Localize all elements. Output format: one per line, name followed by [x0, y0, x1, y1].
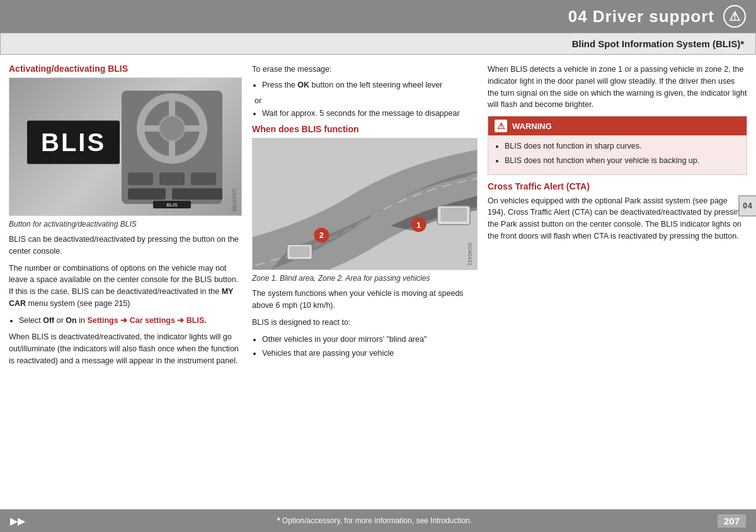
passing-vehicles-item: Vehicles that are passing your vehicle: [262, 348, 478, 359]
settings-link: Settings ➔ Car settings ➔ BLIS.: [87, 316, 206, 325]
wait-list: Wait for approx. 5 seconds for the messa…: [262, 108, 478, 120]
system-para: The system functions when your vehicle i…: [252, 288, 478, 312]
settings-list-item: Select Off or On in Settings ➔ Car setti…: [19, 315, 242, 327]
cta-heading: Cross Traffic Alert (CTA): [488, 181, 747, 191]
warning-header: ⚠ WARNING: [488, 116, 747, 135]
react-heading: BLIS is designed to react to:: [252, 317, 478, 329]
svg-point-2: [159, 116, 185, 141]
warning-body: BLIS does not function in sharp curves. …: [488, 135, 747, 174]
warning-item-1: BLIS does not function in sharp curves.: [505, 140, 740, 152]
svg-text:BLIS: BLIS: [166, 202, 177, 208]
page-footer: ▶▶ * Option/accessory, for more informat…: [0, 509, 756, 532]
ok-post-text: button on the left steering wheel lever: [312, 81, 443, 89]
zone-image-id: G046431: [467, 242, 473, 266]
footer-note-text: Option/accessory, for more information, …: [280, 516, 472, 525]
chapter-title: 04 Driver support: [568, 7, 714, 26]
on-label: On: [66, 316, 76, 325]
left-para3: When BLIS is deactivated/reactivated, th…: [9, 331, 242, 366]
left-para2: The number or combinations of options on…: [9, 263, 242, 310]
zone-caption: Zone 1. Blind area, Zone 2. Area for pas…: [252, 274, 478, 283]
zone-svg: 2 1: [253, 139, 477, 269]
page-header: 04 Driver support ⚠: [0, 0, 756, 33]
svg-rect-16: [440, 208, 467, 222]
svg-rect-9: [191, 173, 216, 185]
next-arrow-icon: ▶▶: [10, 515, 25, 527]
svg-rect-10: [128, 188, 166, 200]
page-tab: 04: [738, 195, 756, 217]
warning-box: ⚠ WARNING BLIS does not function in shar…: [488, 116, 747, 175]
svg-rect-8: [159, 173, 185, 185]
console-graphic: BLIS: [115, 84, 229, 210]
left-para1: BLIS can be deactivated/reactivated by p…: [9, 234, 242, 258]
when-blis-heading: When does BLIS function: [252, 124, 478, 134]
ok-bold: OK: [297, 81, 309, 89]
warning-triangle-icon: ⚠: [723, 5, 746, 28]
section-title: Blind Spot Information System (BLIS)*: [572, 38, 744, 49]
react-list: Other vehicles in your door mirrors' "bl…: [262, 334, 478, 360]
blis-sign: BLIS: [27, 121, 120, 164]
wait-item: Wait for approx. 5 seconds for the messa…: [262, 108, 478, 120]
page-number: 207: [718, 514, 746, 528]
blis-image: BLIS BLIS G043798: [9, 77, 242, 216]
blis-detect-para: When BLIS detects a vehicle in zone 1 or…: [488, 64, 747, 111]
zone-diagram: 2 1 G046431: [252, 138, 478, 270]
left-image-caption: Button for activating/deactivating BLIS: [9, 220, 242, 229]
warning-list: BLIS does not function in sharp curves. …: [495, 140, 740, 167]
off-label: Off: [43, 316, 54, 325]
or-text: or: [255, 96, 478, 105]
erase-heading: To erase the message:: [252, 64, 478, 76]
svg-rect-22: [290, 247, 310, 258]
cta-para: On vehicles equipped with the optional P…: [488, 195, 747, 242]
left-column: Activating/deactivating BLIS BLIS: [9, 64, 242, 502]
warning-triangle-icon: ⚠: [495, 120, 507, 132]
svg-rect-7: [128, 173, 153, 185]
settings-list: Select Off or On in Settings ➔ Car setti…: [19, 315, 242, 327]
erase-list: Press the OK button on the left steering…: [262, 79, 478, 91]
image-id-left: G043798: [231, 188, 238, 212]
middle-column: To erase the message: Press the OK butto…: [252, 64, 478, 502]
warning-title: WARNING: [512, 122, 552, 131]
svg-text:1: 1: [416, 220, 421, 230]
main-content: Activating/deactivating BLIS BLIS: [0, 55, 756, 502]
section-title-bar: Blind Spot Information System (BLIS)*: [0, 33, 756, 55]
svg-rect-11: [172, 188, 222, 200]
left-heading: Activating/deactivating BLIS: [9, 64, 242, 74]
svg-text:2: 2: [319, 231, 324, 241]
ok-button-item: Press the OK button on the left steering…: [262, 79, 478, 91]
blind-area-item: Other vehicles in your door mirrors' "bl…: [262, 334, 478, 346]
footer-note: * Option/accessory, for more information…: [277, 516, 472, 525]
right-column: When BLIS detects a vehicle in zone 1 or…: [488, 64, 747, 502]
my-car-bold: MY CAR: [9, 287, 233, 308]
warning-item-2: BLIS does not function when your vehicle…: [505, 155, 740, 167]
